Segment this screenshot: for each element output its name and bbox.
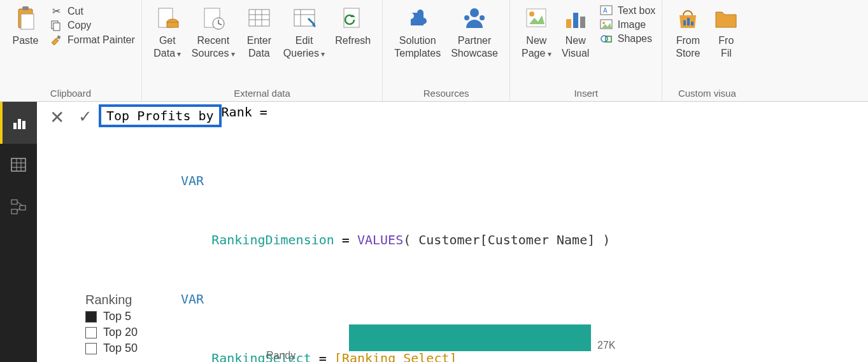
- get-data-icon: [153, 5, 181, 32]
- svg-rect-40: [22, 121, 25, 129]
- copy-label: Copy: [68, 20, 91, 31]
- enter-data-button[interactable]: Enter Data: [240, 4, 278, 61]
- recent-sources-icon: [199, 5, 227, 32]
- edit-queries-icon: [290, 5, 318, 32]
- svg-rect-5: [57, 35, 60, 39]
- svg-rect-39: [18, 119, 21, 129]
- ribbon-group-external-data: Get Data Recent Sources Enter Data Edit …: [142, 0, 383, 101]
- text-box-icon: A: [599, 5, 614, 17]
- refresh-label: Refresh: [335, 34, 371, 47]
- cut-button[interactable]: ✂ Cut: [48, 4, 135, 18]
- cut-label: Cut: [68, 6, 83, 17]
- image-label: Image: [618, 19, 646, 31]
- resources-group-label: Resources: [423, 88, 469, 99]
- image-icon: [599, 19, 614, 31]
- image-button[interactable]: Image: [599, 18, 656, 32]
- bar-rect: [349, 324, 591, 351]
- partner-icon: [460, 5, 488, 32]
- solution-templates-button[interactable]: Solution Templates: [389, 4, 446, 61]
- ribbon-group-resources: Solution Templates Partner Showcase Reso…: [383, 0, 510, 101]
- svg-rect-46: [11, 200, 17, 204]
- text-box-label: Text box: [618, 5, 656, 17]
- refresh-button[interactable]: Refresh: [330, 4, 376, 48]
- from-store-label: From Store: [676, 34, 700, 60]
- formula-commit-button[interactable]: ✓: [72, 104, 99, 129]
- from-file-button[interactable]: Fro Fil: [707, 4, 745, 61]
- measure-name-text: Top Profits by: [106, 108, 214, 123]
- partner-showcase-button[interactable]: Partner Showcase: [446, 4, 503, 61]
- report-view-button[interactable]: [0, 102, 37, 144]
- cut-icon: ✂: [48, 5, 64, 17]
- solution-templates-label: Solution Templates: [394, 34, 441, 60]
- ranking-slicer[interactable]: Ranking Top 5 Top 20 Top 50: [85, 293, 138, 358]
- ribbon-group-custom-visuals: From Store Fro Fil Custom visua: [662, 0, 751, 101]
- view-sidebar: [0, 102, 37, 362]
- external-data-group-label: External data: [234, 88, 290, 99]
- svg-point-32: [602, 22, 605, 24]
- shapes-button[interactable]: Shapes: [599, 32, 656, 46]
- svg-text:A: A: [603, 7, 608, 14]
- svg-rect-4: [53, 23, 60, 31]
- kw-var2: VAR: [181, 291, 204, 307]
- var-rankingdimension: RankingDimension: [211, 232, 334, 247]
- puzzle-icon: [404, 5, 432, 32]
- svg-rect-36: [687, 18, 690, 25]
- svg-rect-38: [13, 123, 17, 129]
- kw-var: VAR: [181, 173, 204, 188]
- clipboard-group-label: Clipboard: [50, 88, 91, 99]
- svg-rect-27: [573, 13, 578, 28]
- svg-rect-37: [691, 22, 694, 25]
- svg-rect-41: [11, 158, 25, 171]
- ranking-option-top5[interactable]: Top 5: [85, 310, 138, 323]
- formula-bar: ✕ ✓ Top Profits by Rank =: [37, 102, 868, 133]
- ribbon: Paste ✂ Cut Copy Format Painter: [0, 0, 868, 102]
- insert-group-label: Insert: [574, 88, 598, 99]
- shapes-label: Shapes: [618, 33, 652, 45]
- from-store-button[interactable]: From Store: [669, 4, 707, 61]
- bar-value-label: 27K: [597, 340, 615, 351]
- checkbox-icon: [85, 343, 97, 354]
- svg-rect-17: [294, 10, 315, 26]
- svg-rect-26: [566, 19, 571, 28]
- ranking-option-top50[interactable]: Top 50: [85, 342, 138, 355]
- ranking-option-top20[interactable]: Top 20: [85, 326, 138, 339]
- refresh-icon: [339, 5, 367, 32]
- store-icon: [674, 5, 702, 32]
- measure-name-box[interactable]: Top Profits by: [99, 104, 222, 127]
- text-box-button[interactable]: A Text box: [599, 4, 656, 18]
- paste-icon: [11, 5, 39, 32]
- enter-data-icon: [245, 5, 273, 32]
- svg-point-23: [480, 15, 485, 20]
- model-view-button[interactable]: [0, 186, 37, 228]
- new-visual-label: New Visual: [562, 34, 589, 60]
- svg-rect-9: [167, 22, 178, 27]
- ribbon-group-insert: New Page New Visual A Text box: [510, 0, 662, 101]
- custom-visuals-group-label: Custom visua: [678, 88, 736, 99]
- paste-label: Paste: [13, 34, 39, 47]
- copy-icon: [48, 20, 64, 31]
- recent-sources-label: Recent Sources: [192, 34, 235, 60]
- enter-data-label: Enter Data: [247, 34, 271, 60]
- edit-queries-button[interactable]: Edit Queries: [278, 4, 330, 61]
- copy-button[interactable]: Copy: [48, 18, 135, 32]
- measure-name-suffix: Rank =: [222, 104, 267, 120]
- recent-sources-button[interactable]: Recent Sources: [187, 4, 240, 61]
- shapes-icon: [599, 33, 614, 45]
- paste-button[interactable]: Paste: [6, 4, 45, 48]
- svg-point-25: [529, 11, 534, 17]
- new-page-label: New Page: [522, 34, 551, 60]
- get-data-label: Get Data: [153, 34, 181, 60]
- svg-rect-2: [21, 14, 34, 29]
- edit-queries-label: Edit Queries: [283, 34, 325, 60]
- data-view-button[interactable]: [0, 144, 37, 186]
- get-data-button[interactable]: Get Data: [148, 4, 187, 61]
- new-page-icon: [522, 5, 550, 32]
- new-page-button[interactable]: New Page: [516, 4, 557, 61]
- format-painter-button[interactable]: Format Painter: [48, 32, 135, 48]
- format-painter-label: Format Painter: [68, 34, 135, 46]
- svg-rect-1: [22, 6, 29, 10]
- svg-rect-12: [249, 10, 269, 26]
- formula-cancel-button[interactable]: ✕: [42, 104, 72, 130]
- new-visual-button[interactable]: New Visual: [557, 4, 595, 61]
- ranking-slicer-title: Ranking: [85, 293, 132, 307]
